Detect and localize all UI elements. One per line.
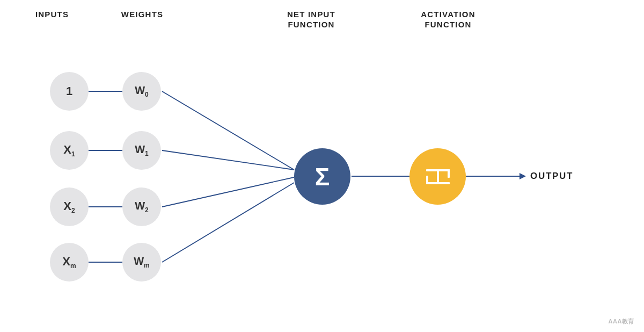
weight-node-1: W1 bbox=[122, 131, 161, 170]
header-activation: ACTIVATIONFUNCTION bbox=[402, 10, 494, 30]
input-node-0: 1 bbox=[50, 72, 89, 111]
svg-marker-10 bbox=[519, 173, 526, 179]
weight-label-1: W1 bbox=[135, 143, 149, 157]
weight-node-m: Wm bbox=[122, 243, 161, 282]
svg-line-5 bbox=[162, 150, 294, 170]
svg-line-4 bbox=[162, 91, 294, 170]
svg-line-6 bbox=[162, 177, 294, 207]
step-function-icon bbox=[423, 164, 453, 190]
weight-label-2: W2 bbox=[135, 200, 149, 214]
activation-node bbox=[409, 148, 466, 205]
input-label-2: X2 bbox=[63, 199, 75, 214]
weight-label-m: Wm bbox=[134, 255, 150, 269]
header-weights: WEIGHTS bbox=[115, 10, 169, 19]
weight-label-0: W0 bbox=[135, 84, 149, 98]
output-label: OUTPUT bbox=[530, 171, 573, 182]
svg-line-7 bbox=[162, 183, 294, 262]
weight-node-0: W0 bbox=[122, 72, 161, 111]
svg-rect-15 bbox=[448, 169, 450, 178]
weight-node-2: W2 bbox=[122, 187, 161, 226]
input-label-0: 1 bbox=[66, 84, 72, 98]
input-label-3: Xm bbox=[62, 255, 76, 270]
net-input-node: Σ bbox=[294, 148, 350, 205]
input-label-1: X1 bbox=[63, 143, 75, 158]
header-net-input: NET INPUTFUNCTION bbox=[274, 10, 349, 30]
input-node-2: X2 bbox=[50, 187, 89, 226]
input-node-3: Xm bbox=[50, 243, 89, 282]
input-node-1: X1 bbox=[50, 131, 89, 170]
sigma-symbol: Σ bbox=[315, 162, 330, 191]
watermark: AAA教育 bbox=[608, 317, 634, 326]
svg-rect-13 bbox=[426, 176, 428, 184]
svg-rect-14 bbox=[437, 169, 439, 184]
diagram-container: INPUTS WEIGHTS NET INPUTFUNCTION ACTIVAT… bbox=[0, 0, 644, 332]
header-inputs: INPUTS bbox=[28, 10, 76, 19]
